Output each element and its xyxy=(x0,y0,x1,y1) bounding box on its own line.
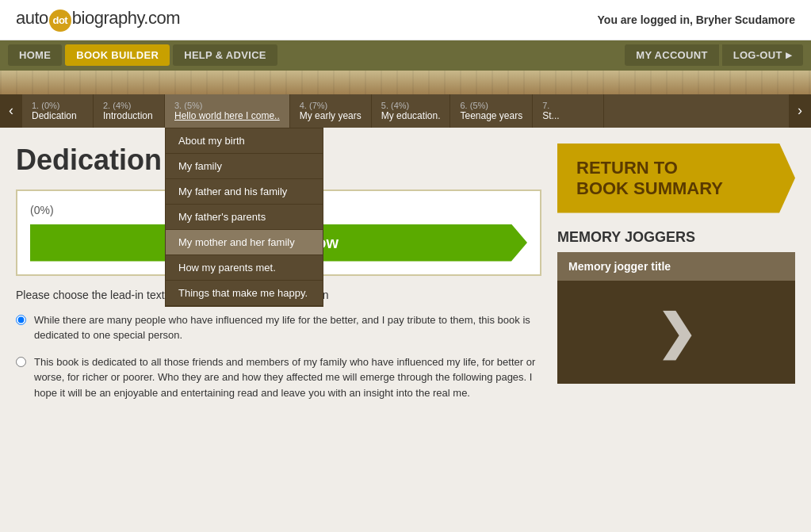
chapter-tab-1[interactable]: 1. (0%) Dedication xyxy=(22,94,94,128)
radio-option-2: This book is dedicated to all those frie… xyxy=(16,354,541,401)
help-advice-button[interactable]: HELP & ADVICE xyxy=(173,44,277,66)
chapter-tab-7[interactable]: 7. St... xyxy=(533,94,604,128)
radio-input-1[interactable] xyxy=(16,315,26,325)
home-button[interactable]: HOME xyxy=(8,44,62,66)
memory-joggers-section: MEMORY JOGGERS Memory jogger title ❯ xyxy=(557,229,795,384)
chapter-dropdown-menu: About my birth My family My father and h… xyxy=(165,128,323,307)
logo-biography: biography.com xyxy=(72,8,180,28)
memory-jogger-card: Memory jogger title ❯ xyxy=(557,252,795,384)
book-builder-button[interactable]: BOOK BUILDER xyxy=(65,44,170,66)
logo: autodotbiography.com xyxy=(16,8,180,32)
dropdown-item-6[interactable]: How my parents met. xyxy=(166,255,323,281)
nav-right: MY ACCOUNT LOG-OUT ▶ xyxy=(625,44,803,66)
navbar: HOME BOOK BUILDER HELP & ADVICE MY ACCOU… xyxy=(0,40,811,71)
memory-joggers-title: MEMORY JOGGERS xyxy=(557,229,795,246)
radio-input-2[interactable] xyxy=(16,357,26,367)
chapter-prev-arrow[interactable]: ‹ xyxy=(0,94,22,128)
chapter-tab-2[interactable]: 2. (4%) Introduction xyxy=(94,94,165,128)
chapter-next-arrow[interactable]: › xyxy=(789,94,811,128)
chapters-list: 1. (0%) Dedication 2. (4%) Introduction … xyxy=(22,94,789,128)
my-account-button[interactable]: MY ACCOUNT xyxy=(625,44,718,66)
chapter-tab-4[interactable]: 4. (7%) My early years xyxy=(290,94,372,128)
chapter-tab-6[interactable]: 6. (5%) Teenage years xyxy=(450,94,533,128)
book-strip xyxy=(0,71,811,94)
chevron-right-icon: ❯ xyxy=(656,304,696,360)
chapter-tab-3[interactable]: 3. (5%) Hello world here I come.. About … xyxy=(165,94,290,128)
return-to-summary-button[interactable]: RETURN TO BOOK SUMMARY xyxy=(557,144,795,213)
logout-button[interactable]: LOG-OUT ▶ xyxy=(722,44,803,66)
dropdown-item-5[interactable]: My mother and her family xyxy=(166,230,323,255)
dropdown-item-7[interactable]: Things that make me happy. xyxy=(166,281,323,306)
radio-label-2: This book is dedicated to all those frie… xyxy=(34,354,541,401)
right-column: RETURN TO BOOK SUMMARY MEMORY JOGGERS Me… xyxy=(557,144,795,412)
user-info: You are logged in, Bryher Scudamore xyxy=(598,13,795,26)
nav-left: HOME BOOK BUILDER HELP & ADVICE xyxy=(8,44,625,66)
dropdown-item-3[interactable]: My father and his family xyxy=(166,179,323,205)
radio-label-1: While there are many people who have inf… xyxy=(34,312,541,343)
main-content: Dedication (0%) Get started now Please c… xyxy=(0,128,811,428)
logo-dot: dot xyxy=(49,10,71,32)
chapter-tab-5[interactable]: 5. (4%) My education. xyxy=(372,94,451,128)
memory-jogger-header: Memory jogger title xyxy=(557,252,795,281)
memory-jogger-body[interactable]: ❯ xyxy=(557,281,795,384)
header: autodotbiography.com You are logged in, … xyxy=(0,0,811,40)
logo-auto: auto xyxy=(16,8,48,28)
dropdown-item-2[interactable]: My family xyxy=(166,154,323,179)
radio-option-1: While there are many people who have inf… xyxy=(16,312,541,343)
chapters-nav: ‹ 1. (0%) Dedication 2. (4%) Introductio… xyxy=(0,94,811,128)
dropdown-item-4[interactable]: My father's parents xyxy=(166,205,323,230)
logout-arrow-icon: ▶ xyxy=(786,51,792,59)
dropdown-item-1[interactable]: About my birth xyxy=(166,128,323,154)
